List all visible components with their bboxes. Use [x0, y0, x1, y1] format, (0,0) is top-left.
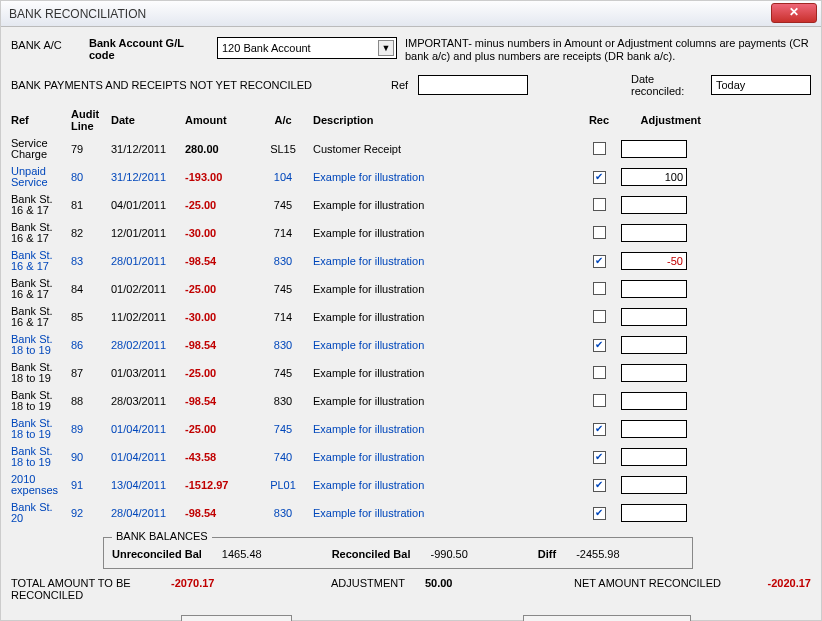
content-area: BANK A/C Bank Account G/L code 120 Bank …: [1, 27, 821, 621]
titlebar: BANK RECONCILIATION ✕: [1, 1, 821, 27]
cell-date: 28/04/2011: [111, 507, 181, 519]
adjustment-input[interactable]: [621, 224, 687, 242]
cell-amount: -30.00: [185, 227, 253, 239]
rec-checkbox[interactable]: [593, 198, 606, 211]
window-title: BANK RECONCILIATION: [9, 7, 146, 21]
reconciled-bal-value: -990.50: [430, 548, 467, 560]
cell-rec: [581, 310, 617, 325]
post-reconciliation-button[interactable]: POST RECONCILIATION: [523, 615, 691, 621]
table-row: Bank St. 18 to 198828/03/2011-98.54830Ex…: [11, 387, 811, 415]
table-row: Unpaid Service8031/12/2011-193.00104Exam…: [11, 163, 811, 191]
cell-description: Example for illustration: [313, 479, 577, 491]
cell-ref: Unpaid Service: [11, 166, 67, 188]
cell-ref: Bank St. 16 & 17: [11, 278, 67, 300]
cell-amount: -25.00: [185, 423, 253, 435]
cell-audit-line: 86: [71, 339, 107, 351]
cell-rec: ✔: [581, 254, 617, 268]
cell-ref: Bank St. 18 to 19: [11, 418, 67, 440]
cell-rec: ✔: [581, 506, 617, 520]
date-reconciled-input[interactable]: [711, 75, 811, 95]
ref-label: Ref: [391, 79, 408, 91]
total-amount-label: TOTAL AMOUNT TO BE RECONCILED: [11, 577, 151, 601]
cell-adjustment: [621, 364, 701, 382]
adjustment-input[interactable]: [621, 252, 687, 270]
table-row: Bank St. 18 to 198901/04/2011-25.00745Ex…: [11, 415, 811, 443]
cell-amount: -98.54: [185, 339, 253, 351]
check-data-button[interactable]: CHECK DATA: [181, 615, 292, 621]
rec-checkbox[interactable]: ✔: [593, 507, 606, 520]
cell-rec: [581, 226, 617, 241]
cell-description: Example for illustration: [313, 367, 577, 379]
cell-rec: [581, 394, 617, 409]
cell-date: 01/02/2011: [111, 283, 181, 295]
rec-checkbox[interactable]: ✔: [593, 171, 606, 184]
cell-amount: -1512.97: [185, 479, 253, 491]
bank-reconciliation-window: BANK RECONCILIATION ✕ BANK A/C Bank Acco…: [0, 0, 822, 621]
rec-checkbox[interactable]: ✔: [593, 479, 606, 492]
cell-ref: Bank St. 16 & 17: [11, 194, 67, 216]
adjustment-input[interactable]: [621, 504, 687, 522]
rec-checkbox[interactable]: [593, 142, 606, 155]
account-select-value: 120 Bank Account: [222, 42, 311, 54]
ref-input[interactable]: [418, 75, 528, 95]
adjustment-input[interactable]: [621, 308, 687, 326]
cell-audit-line: 84: [71, 283, 107, 295]
cell-adjustment: [621, 420, 701, 438]
adjustment-input[interactable]: [621, 196, 687, 214]
rec-checkbox[interactable]: [593, 366, 606, 379]
col-desc-header: Description: [313, 114, 577, 126]
adjustment-input[interactable]: [621, 392, 687, 410]
adjustment-value: 50.00: [425, 577, 485, 589]
unreconciled-bal-label: Unreconciled Bal: [112, 548, 202, 560]
cell-description: Customer Receipt: [313, 143, 577, 155]
cell-ref: 2010 expenses: [11, 474, 67, 496]
cell-audit-line: 83: [71, 255, 107, 267]
rec-checkbox[interactable]: ✔: [593, 255, 606, 268]
cell-ac: 714: [257, 227, 309, 239]
adjustment-input[interactable]: [621, 140, 687, 158]
cell-rec: ✔: [581, 478, 617, 492]
rec-checkbox[interactable]: ✔: [593, 339, 606, 352]
cell-rec: ✔: [581, 422, 617, 436]
chevron-down-icon: ▼: [378, 40, 394, 56]
cell-date: 01/03/2011: [111, 367, 181, 379]
cell-rec: [581, 282, 617, 297]
rec-checkbox[interactable]: [593, 282, 606, 295]
cell-ac: 714: [257, 311, 309, 323]
adjustment-input[interactable]: [621, 448, 687, 466]
close-icon: ✕: [789, 5, 799, 19]
important-note: IMPORTANT- minus numbers in Amount or Ad…: [405, 37, 811, 63]
table-row: Bank St. 16 & 178511/02/2011-30.00714Exa…: [11, 303, 811, 331]
adjustment-input[interactable]: [621, 420, 687, 438]
col-amount-header: Amount: [185, 114, 253, 126]
cell-amount: -98.54: [185, 507, 253, 519]
cell-ac: 745: [257, 367, 309, 379]
close-button[interactable]: ✕: [771, 3, 817, 23]
adjustment-input[interactable]: [621, 364, 687, 382]
account-select[interactable]: 120 Bank Account ▼: [217, 37, 397, 59]
adjustment-label: ADJUSTMENT: [331, 577, 405, 589]
cell-description: Example for illustration: [313, 171, 577, 183]
buttons-row: CHECK DATA POST RECONCILIATION: [11, 615, 811, 621]
cell-ref: Bank St. 18 to 19: [11, 334, 67, 356]
rec-checkbox[interactable]: [593, 394, 606, 407]
cell-ac: 104: [257, 171, 309, 183]
bank-ac-label: BANK A/C: [11, 37, 81, 51]
transactions-grid: Ref Audit Line Date Amount A/c Descripti…: [11, 105, 811, 527]
table-row: Bank St. 18 to 199001/04/2011-43.58740Ex…: [11, 443, 811, 471]
cell-amount: -30.00: [185, 311, 253, 323]
net-amount-label: NET AMOUNT RECONCILED: [574, 577, 721, 589]
rec-checkbox[interactable]: [593, 310, 606, 323]
rec-checkbox[interactable]: ✔: [593, 451, 606, 464]
adjustment-input[interactable]: [621, 280, 687, 298]
adjustment-input[interactable]: [621, 476, 687, 494]
cell-rec: [581, 366, 617, 381]
adjustment-input[interactable]: [621, 336, 687, 354]
rec-checkbox[interactable]: ✔: [593, 423, 606, 436]
col-date-header: Date: [111, 114, 181, 126]
cell-description: Example for illustration: [313, 227, 577, 239]
adjustment-input[interactable]: [621, 168, 687, 186]
cell-ac: 830: [257, 339, 309, 351]
rec-checkbox[interactable]: [593, 226, 606, 239]
cell-ac: 830: [257, 395, 309, 407]
